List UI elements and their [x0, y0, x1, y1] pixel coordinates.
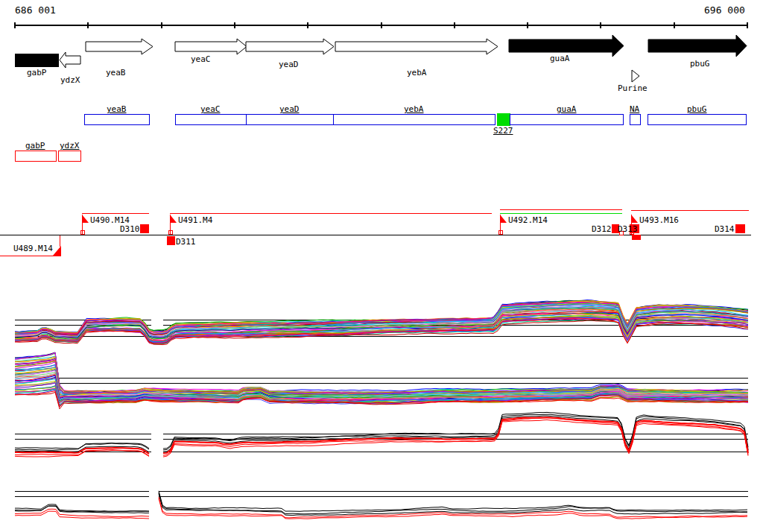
operon-label-gabP: gabP [25, 141, 45, 151]
segment-box-yeaC[interactable] [175, 114, 246, 124]
segment-label-yebA: yebA [404, 104, 424, 114]
gene-label-yeaC: yeaC [191, 54, 211, 64]
segment-label-pbuG: pbuG [687, 104, 707, 114]
gene-label-ydzX: ydzX [60, 75, 80, 85]
probe-flag-U489.M14[interactable] [53, 246, 61, 256]
signal-line [15, 353, 748, 393]
gene-label-pbuG: pbuG [690, 59, 710, 69]
signal-line [15, 506, 149, 513]
operon-box-gabP[interactable] [15, 151, 56, 161]
probe-label-U491.M4: U491.M4 [178, 215, 212, 225]
gene-arrow-yebA[interactable] [335, 39, 498, 54]
probe-label-D313: D313 [618, 224, 638, 234]
gene-arrow-ydzX[interactable] [60, 52, 80, 68]
segment-label-yeaC: yeaC [200, 104, 221, 114]
coord-start: 686 001 [15, 5, 56, 15]
signal-line [159, 491, 747, 512]
gene-label-yebA: yebA [407, 68, 427, 77]
probe-label-U493.M16: U493.M16 [639, 215, 679, 225]
gene-arrow-yeaC[interactable] [175, 39, 247, 54]
probe-label-D310: D310 [120, 224, 140, 234]
probe-label-U489.M14: U489.M14 [13, 244, 53, 253]
signal-panel-condition-signal-2 [15, 491, 748, 519]
probe-label-U492.M14: U492.M14 [508, 215, 548, 225]
gene-label-yeaD: yeaD [279, 60, 299, 69]
probe-label-D311: D311 [176, 237, 196, 247]
segment-label-guaA: guaA [557, 104, 577, 114]
operon-label-ydzX: ydzX [60, 141, 80, 151]
probe-label-D314: D314 [715, 224, 735, 234]
gene-arrow-yeaD[interactable] [246, 39, 334, 54]
signal-panel-array-signal-2 [15, 352, 748, 409]
signal-line [163, 417, 748, 453]
segment-box-guaA[interactable] [510, 114, 623, 124]
segment-label-S227: S227 [493, 126, 513, 136]
signal-panel-array-signal-1 [15, 300, 748, 345]
signal-line [159, 497, 747, 518]
gene-arrow-yeaB[interactable] [86, 39, 153, 54]
segment-box-yebA[interactable] [333, 114, 495, 124]
signal-line [15, 352, 748, 393]
signal-line [15, 352, 748, 393]
segment-box-yeaD[interactable] [246, 114, 333, 124]
segment-box-yeaB[interactable] [84, 114, 149, 124]
segment-box-pbuG[interactable] [648, 114, 746, 124]
signal-line [15, 356, 748, 394]
probe-flag-U491.M4[interactable] [170, 215, 177, 223]
segment-box-S227[interactable] [497, 113, 510, 125]
coord-end: 696 000 [704, 5, 745, 15]
probe-flag-U492.M14[interactable] [500, 215, 507, 223]
genome-browser-view: 686 001 696 000 gabPydzXyeaByeaCyeaDyebA… [0, 0, 763, 532]
gene-label-gabP: gabP [27, 68, 47, 77]
segment-box-NA[interactable] [630, 114, 640, 124]
gene-label-yeaB: yeaB [106, 68, 126, 77]
browser-graphics [0, 0, 763, 532]
signal-line [15, 353, 748, 393]
segment-label-yeaD: yeaD [279, 104, 300, 114]
signal-panel-condition-signal-1 [15, 412, 748, 457]
gene-label-Purine: Purine [618, 83, 648, 93]
signal-line [159, 494, 747, 516]
gene-arrow-pbuG[interactable] [648, 35, 747, 57]
gene-label-guaA: guaA [550, 54, 570, 63]
gene-gabP[interactable] [15, 54, 58, 66]
segment-label-NA: NA [630, 104, 639, 114]
gene-marker-Purine[interactable] [632, 70, 639, 82]
probe-box-D311[interactable] [167, 236, 174, 244]
probe-mark [632, 235, 640, 239]
probe-box-D314[interactable] [735, 224, 744, 232]
probe-flag-U493.M16[interactable] [631, 215, 638, 223]
operon-box-ydzX[interactable] [58, 151, 80, 161]
segment-label-yeaB: yeaB [107, 104, 127, 114]
probe-flag-U490.M14[interactable] [82, 215, 89, 223]
probe-label-D312: D312 [592, 224, 612, 234]
probe-box-D310[interactable] [140, 224, 148, 232]
